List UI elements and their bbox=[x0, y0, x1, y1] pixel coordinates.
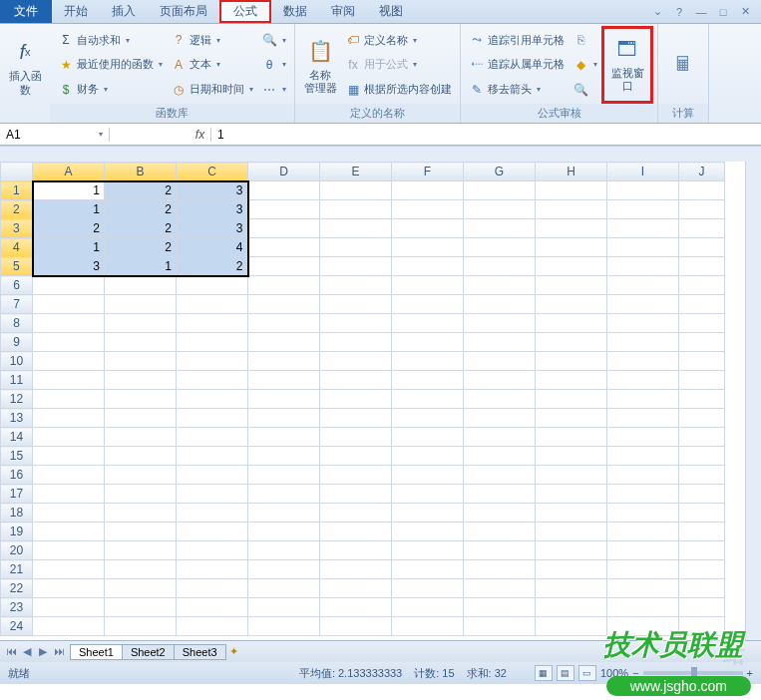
cell[interactable] bbox=[679, 219, 725, 238]
tab-review[interactable]: 审阅 bbox=[319, 0, 367, 23]
cell[interactable] bbox=[105, 579, 177, 598]
cell[interactable] bbox=[177, 579, 248, 598]
cell[interactable] bbox=[33, 390, 105, 409]
cell[interactable] bbox=[464, 447, 536, 466]
tab-insert[interactable]: 插入 bbox=[100, 0, 148, 23]
restore-icon[interactable]: □ bbox=[715, 4, 731, 20]
cell[interactable] bbox=[536, 257, 607, 276]
cell[interactable] bbox=[392, 579, 464, 598]
calculation-options-button[interactable]: 🖩 bbox=[662, 26, 704, 104]
row-header[interactable]: 8 bbox=[1, 314, 33, 333]
cell[interactable] bbox=[248, 504, 320, 523]
cell[interactable] bbox=[392, 314, 464, 333]
cell[interactable] bbox=[320, 617, 392, 636]
cell[interactable] bbox=[392, 181, 464, 200]
cell[interactable]: 4 bbox=[177, 238, 248, 257]
cell[interactable] bbox=[679, 276, 725, 295]
cell[interactable] bbox=[33, 295, 105, 314]
cell[interactable] bbox=[320, 447, 392, 466]
chevron-down-icon[interactable]: ▾ bbox=[99, 130, 103, 139]
name-box[interactable]: A1▾ bbox=[0, 128, 110, 142]
cell[interactable] bbox=[33, 352, 105, 371]
cell[interactable] bbox=[536, 314, 607, 333]
cell[interactable] bbox=[392, 352, 464, 371]
cell[interactable] bbox=[248, 276, 320, 295]
cell[interactable] bbox=[105, 541, 177, 560]
cell[interactable] bbox=[33, 523, 105, 541]
cell[interactable] bbox=[536, 598, 607, 617]
name-manager-button[interactable]: 📋 名称 管理器 bbox=[299, 26, 341, 104]
minimize-icon[interactable]: — bbox=[693, 4, 709, 20]
col-header-C[interactable]: C bbox=[177, 163, 248, 181]
cell[interactable]: 1 bbox=[33, 200, 105, 219]
cell[interactable] bbox=[536, 295, 607, 314]
cell[interactable] bbox=[464, 333, 536, 352]
cell[interactable] bbox=[607, 409, 679, 428]
cell[interactable] bbox=[177, 409, 248, 428]
cell[interactable] bbox=[320, 523, 392, 541]
cell[interactable] bbox=[177, 523, 248, 541]
cell[interactable] bbox=[607, 238, 679, 257]
cell[interactable] bbox=[320, 466, 392, 485]
cell[interactable] bbox=[177, 541, 248, 560]
cell[interactable] bbox=[464, 314, 536, 333]
zoom-slider[interactable] bbox=[643, 671, 743, 675]
sheet-nav[interactable]: ⏮ ◀ ▶ ⏭ bbox=[0, 645, 70, 658]
row-header[interactable]: 20 bbox=[1, 541, 33, 560]
row-header[interactable]: 2 bbox=[1, 200, 33, 219]
row-header[interactable]: 14 bbox=[1, 428, 33, 447]
create-from-selection-button[interactable]: ▦根据所选内容创建 bbox=[345, 79, 452, 101]
cell[interactable] bbox=[248, 257, 320, 276]
cell[interactable] bbox=[679, 238, 725, 257]
row-header[interactable]: 15 bbox=[1, 447, 33, 466]
cell[interactable] bbox=[536, 371, 607, 390]
row-header[interactable]: 9 bbox=[1, 333, 33, 352]
cell[interactable] bbox=[464, 390, 536, 409]
spreadsheet-grid[interactable]: A B C D E F G H I J 11232123322341245312… bbox=[0, 162, 725, 636]
cell[interactable] bbox=[320, 390, 392, 409]
cell[interactable] bbox=[177, 314, 248, 333]
cell[interactable] bbox=[392, 276, 464, 295]
cell[interactable] bbox=[536, 541, 607, 560]
cell[interactable] bbox=[536, 560, 607, 579]
cell[interactable] bbox=[392, 617, 464, 636]
insert-function-button[interactable]: fx 插入函数 bbox=[4, 26, 46, 107]
row-header[interactable]: 19 bbox=[1, 523, 33, 541]
cell[interactable] bbox=[679, 181, 725, 200]
math-button[interactable]: θ▾ bbox=[261, 54, 286, 76]
cell[interactable] bbox=[320, 295, 392, 314]
define-name-button[interactable]: 🏷定义名称▾ bbox=[345, 29, 452, 51]
cell[interactable] bbox=[607, 598, 679, 617]
cell[interactable] bbox=[464, 276, 536, 295]
cell[interactable] bbox=[248, 598, 320, 617]
cell[interactable] bbox=[105, 428, 177, 447]
cell[interactable] bbox=[177, 617, 248, 636]
cell[interactable] bbox=[464, 579, 536, 598]
tab-data[interactable]: 数据 bbox=[271, 0, 319, 23]
cell[interactable]: 3 bbox=[177, 219, 248, 238]
datetime-button[interactable]: ◷日期和时间▾ bbox=[171, 79, 253, 101]
close-icon[interactable]: ✕ bbox=[737, 4, 753, 20]
cell[interactable] bbox=[320, 276, 392, 295]
cell[interactable] bbox=[33, 314, 105, 333]
cell[interactable] bbox=[248, 200, 320, 219]
show-formulas-button[interactable]: ⎘ bbox=[572, 29, 597, 51]
col-header-A[interactable]: A bbox=[33, 163, 105, 181]
cell[interactable] bbox=[607, 352, 679, 371]
cell[interactable] bbox=[464, 352, 536, 371]
col-header-G[interactable]: G bbox=[464, 163, 536, 181]
cell[interactable] bbox=[536, 333, 607, 352]
cell[interactable] bbox=[320, 333, 392, 352]
cell[interactable] bbox=[33, 333, 105, 352]
cell[interactable]: 2 bbox=[105, 238, 177, 257]
cell[interactable] bbox=[248, 371, 320, 390]
cell[interactable] bbox=[464, 485, 536, 504]
cell[interactable] bbox=[392, 598, 464, 617]
cell[interactable] bbox=[177, 428, 248, 447]
cell[interactable] bbox=[105, 371, 177, 390]
row-header[interactable]: 12 bbox=[1, 390, 33, 409]
cell[interactable] bbox=[679, 447, 725, 466]
help-icon[interactable]: ? bbox=[671, 4, 687, 20]
row-header[interactable]: 13 bbox=[1, 409, 33, 428]
cell[interactable] bbox=[679, 428, 725, 447]
